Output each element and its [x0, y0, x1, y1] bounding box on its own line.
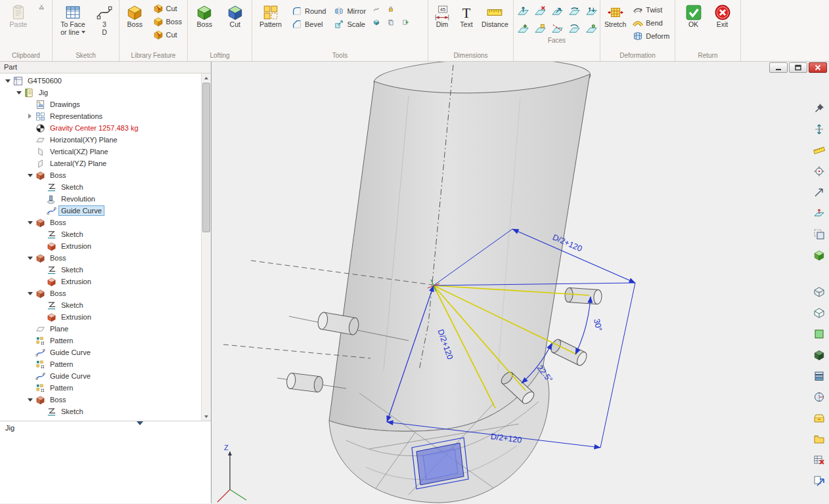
ruler-button[interactable]	[812, 143, 826, 158]
tree-item-guide-curve[interactable]: Guide Curve	[0, 346, 201, 358]
tree-item-gravity-center-1257-483-kg[interactable]: Gravity Center 1257.483 kg	[0, 122, 201, 134]
tree-scrollbar[interactable]	[201, 74, 211, 421]
deform-button[interactable]: Deform	[630, 30, 672, 42]
tree-item-sketch[interactable]: Sketch	[0, 181, 201, 193]
tree-item-vertical-xz-plane[interactable]: Vertical(XZ) Plane	[0, 146, 201, 158]
tree-item-extrusion[interactable]: Extrusion	[0, 240, 201, 252]
collapse-arrow-icon[interactable]	[26, 219, 34, 226]
ok-button[interactable]: OK	[681, 2, 707, 30]
tree-item-g4t50600[interactable]: G4T50600	[0, 75, 201, 87]
minimize-button[interactable]	[769, 62, 788, 73]
drawer-button[interactable]	[812, 411, 826, 425]
tree-item-boss[interactable]: Boss	[0, 217, 201, 228]
tree-item-boss[interactable]: Boss	[0, 252, 201, 264]
text-button[interactable]: T Text	[456, 2, 477, 30]
face-rotate-button[interactable]	[568, 5, 581, 18]
library-boss-small-button[interactable]: Boss	[150, 15, 185, 28]
scrollbar-thumb[interactable]	[202, 83, 210, 232]
library-boss-button[interactable]: Boss	[122, 2, 148, 30]
folder-button[interactable]	[812, 432, 826, 446]
pin-button[interactable]	[812, 101, 826, 116]
twist-button[interactable]: Twist	[630, 3, 672, 16]
fit-view-button[interactable]	[812, 122, 826, 136]
round-button[interactable]: Round	[289, 5, 328, 17]
exit-button[interactable]: Exit	[709, 2, 736, 30]
tree-item-representations[interactable]: Representations	[0, 110, 201, 122]
tree-item-boss[interactable]: Boss	[0, 169, 201, 181]
distance-button[interactable]: Distance	[480, 2, 510, 30]
tree-item-sketch[interactable]: Sketch	[0, 228, 201, 240]
collapse-arrow-icon[interactable]	[26, 255, 34, 262]
lofting-boss-button[interactable]: Boss	[190, 2, 219, 30]
measure-line-button[interactable]	[812, 185, 826, 200]
bend-button[interactable]: Bend	[630, 16, 672, 29]
face-replace-button[interactable]	[533, 22, 547, 36]
bevel-button[interactable]: Bevel	[289, 18, 328, 30]
pattern-button[interactable]: Pattern	[255, 2, 286, 30]
tree-item-guide-curve[interactable]: Guide Curve	[0, 205, 201, 217]
tree-item-boss[interactable]: Boss	[0, 287, 201, 299]
sheet-icon[interactable]	[386, 17, 396, 28]
sketch-3d-button[interactable]: 3 D	[93, 2, 116, 37]
collapse-arrow-icon[interactable]	[4, 77, 11, 85]
solid-icon[interactable]	[371, 17, 382, 28]
tree-item-revolution[interactable]: Revolution	[0, 193, 201, 205]
mirror-button[interactable]: Mirror	[331, 5, 369, 17]
stretch-button[interactable]: Stretch	[603, 2, 627, 30]
copy-sheet-icon[interactable]	[400, 17, 411, 28]
face-taper-button[interactable]	[568, 22, 581, 36]
layers-button[interactable]	[812, 369, 826, 383]
dim-button[interactable]: 45 Dim	[431, 2, 453, 30]
tree-item-lateral-yz-plane[interactable]: Lateral(YZ) Plane	[0, 158, 201, 169]
tree-item-pattern[interactable]: Pattern	[0, 382, 201, 394]
scroll-down-arrow-icon[interactable]	[202, 412, 211, 421]
face-match-button[interactable]	[585, 22, 598, 36]
normal-to-face-button[interactable]	[812, 206, 826, 220]
tree-item-pattern[interactable]: Pattern	[0, 335, 201, 346]
lofting-cut-button[interactable]: Cut	[221, 2, 250, 30]
library-cut2-button[interactable]: Cut	[150, 28, 185, 41]
tree-item-drawings[interactable]: Drawings	[0, 98, 201, 110]
clip-view-button[interactable]	[812, 227, 826, 242]
viewport-3d[interactable]: D/2+120 D/2+120 D/2+120 30° 22.5° Z	[212, 62, 829, 503]
spline-icon[interactable]	[371, 4, 382, 14]
splitter-handle-icon[interactable]	[137, 421, 143, 425]
cube-shaded-button[interactable]	[812, 248, 826, 262]
face-offset-button[interactable]	[585, 5, 598, 18]
collapse-arrow-icon[interactable]	[15, 89, 22, 96]
section-button[interactable]	[812, 390, 826, 404]
lock-icon[interactable]	[386, 4, 396, 14]
face-copy-button[interactable]	[516, 22, 530, 36]
scroll-up-arrow-icon[interactable]	[202, 74, 211, 82]
tree-item-horizontal-xy-plane[interactable]: Horizontal(XY) Plane	[0, 134, 201, 146]
tree-item-jig[interactable]: Jig	[0, 87, 201, 98]
table-delete-button[interactable]	[812, 453, 826, 467]
cube-wireframe-button[interactable]	[812, 285, 826, 299]
tree-item-extrusion[interactable]: Extrusion	[0, 276, 201, 287]
cube-flat-button[interactable]	[812, 327, 826, 341]
scale-button[interactable]: Scale	[331, 18, 369, 30]
export-view-button[interactable]	[812, 474, 826, 488]
collapse-arrow-icon[interactable]	[26, 290, 34, 297]
tree-item-sketch[interactable]: Sketch	[0, 406, 201, 417]
collapse-arrow-icon[interactable]	[26, 396, 34, 404]
tree-item-sketch[interactable]: Sketch	[0, 264, 201, 276]
tree-item-guide-curve[interactable]: Guide Curve	[0, 370, 201, 382]
sketch-to-face-button[interactable]: To Face or line	[55, 2, 91, 37]
paste-button[interactable]: Paste	[3, 2, 34, 30]
maximize-button[interactable]	[789, 62, 807, 73]
cube-hiddenline-button[interactable]	[812, 306, 826, 320]
tree-item-extrusion[interactable]: Extrusion	[0, 311, 201, 323]
close-button[interactable]	[809, 62, 827, 73]
face-move-button[interactable]	[550, 5, 564, 18]
tree-item-boss[interactable]: Boss	[0, 394, 201, 406]
tree-item-plane[interactable]: Plane	[0, 323, 201, 335]
library-cut-button[interactable]: Cut	[150, 2, 185, 14]
center-snap-button[interactable]	[812, 164, 826, 178]
collapse-arrow-icon[interactable]	[26, 172, 34, 179]
face-delete-button[interactable]	[533, 5, 547, 18]
tree-item-sketch[interactable]: Sketch	[0, 299, 201, 311]
tree-item-pattern[interactable]: Pattern	[0, 358, 201, 370]
expand-arrow-icon[interactable]	[26, 113, 34, 120]
cut-clipboard-icon[interactable]	[37, 2, 47, 12]
